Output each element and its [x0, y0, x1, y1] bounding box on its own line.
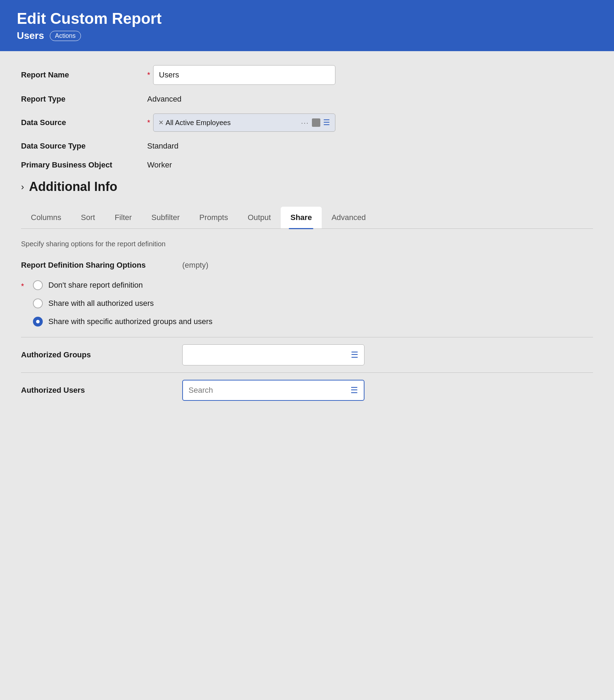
report-type-value: Advanced [147, 95, 182, 104]
tab-share[interactable]: Share [281, 207, 322, 228]
additional-info-title: Additional Info [29, 179, 117, 194]
sharing-options-value: (empty) [182, 261, 209, 270]
report-subtitle: Users [17, 30, 44, 41]
data-source-label: Data Source [21, 118, 147, 127]
radio-label-share-specific: Share with specific authorized groups an… [48, 317, 212, 326]
authorized-users-label: Authorized Users [21, 386, 182, 395]
report-name-row: Report Name * [21, 65, 593, 85]
actions-badge-button[interactable]: Actions [50, 31, 81, 41]
radio-label-dont-share: Don't share report definition [48, 281, 143, 290]
sharing-options-row: Report Definition Sharing Options (empty… [21, 261, 593, 270]
authorized-groups-field[interactable]: ☰ [182, 344, 364, 365]
data-source-type-label: Data Source Type [21, 142, 147, 151]
primary-business-object-label: Primary Business Object [21, 160, 147, 170]
tab-filter[interactable]: Filter [105, 207, 142, 228]
authorized-groups-list-icon[interactable]: ☰ [351, 350, 359, 360]
report-name-label: Report Name [21, 70, 147, 80]
data-source-type-row: Data Source Type Standard [21, 142, 593, 151]
authorized-users-row: Authorized Users ☰ [21, 372, 593, 408]
report-type-row: Report Type Advanced [21, 95, 593, 104]
tab-subfilter[interactable]: Subfilter [142, 207, 190, 228]
page-title: Edit Custom Report [17, 10, 597, 27]
data-source-field[interactable]: ✕ All Active Employees ··· ☰ [153, 114, 335, 132]
primary-business-object-row: Primary Business Object Worker [21, 160, 593, 170]
radio-circle-share-specific[interactable] [33, 317, 43, 327]
radio-circle-dont-share[interactable] [33, 280, 43, 290]
page-header: Edit Custom Report Users Actions [0, 0, 614, 51]
tabs-container: Columns Sort Filter Subfilter Prompts Ou… [21, 207, 593, 229]
authorized-groups-label: Authorized Groups [21, 350, 182, 359]
radio-option-dont-share[interactable]: Don't share report definition [33, 280, 212, 290]
radio-circle-share-all[interactable] [33, 298, 43, 308]
required-star-ds: * [147, 118, 150, 127]
authorized-groups-row: Authorized Groups ☰ [21, 337, 593, 372]
sharing-options-label: Report Definition Sharing Options [21, 261, 182, 270]
authorized-users-list-icon[interactable]: ☰ [350, 385, 358, 395]
share-description: Specify sharing options for the report d… [21, 240, 593, 248]
data-source-text: All Active Employees [166, 119, 231, 127]
tab-columns[interactable]: Columns [21, 207, 71, 228]
data-source-remove-icon[interactable]: ✕ [158, 119, 164, 126]
required-star-name: * [147, 70, 150, 80]
authorized-users-field[interactable]: ☰ [182, 380, 364, 401]
data-source-ellipsis-icon[interactable]: ··· [301, 119, 309, 127]
additional-info-chevron-icon[interactable]: › [21, 181, 24, 192]
report-name-input[interactable] [153, 65, 335, 85]
share-tab-content: Specify sharing options for the report d… [21, 229, 593, 419]
tab-output[interactable]: Output [238, 207, 281, 228]
main-content: Report Name * Report Type Advanced Data … [0, 51, 614, 433]
report-type-label: Report Type [21, 95, 147, 104]
header-subtitle: Users Actions [17, 30, 597, 41]
tab-prompts[interactable]: Prompts [190, 207, 238, 228]
data-source-tag: ✕ All Active Employees [158, 119, 298, 127]
radio-group: Don't share report definition Share with… [33, 280, 212, 327]
data-source-list-icon[interactable]: ☰ [323, 118, 330, 127]
data-source-type-value: Standard [147, 142, 178, 151]
data-source-row: Data Source * ✕ All Active Employees ···… [21, 114, 593, 132]
tab-advanced[interactable]: Advanced [322, 207, 376, 228]
radio-option-share-all[interactable]: Share with all authorized users [33, 298, 212, 308]
radio-option-share-specific[interactable]: Share with specific authorized groups an… [33, 317, 212, 327]
radio-section: * Don't share report definition Share wi… [21, 280, 593, 327]
data-source-square-icon[interactable] [312, 118, 320, 127]
primary-business-object-value: Worker [147, 160, 172, 170]
additional-info-section: › Additional Info [21, 179, 593, 194]
required-star-radio: * [21, 282, 28, 291]
radio-label-share-all: Share with all authorized users [48, 299, 154, 308]
tab-sort[interactable]: Sort [71, 207, 105, 228]
authorized-users-search-input[interactable] [189, 386, 350, 395]
